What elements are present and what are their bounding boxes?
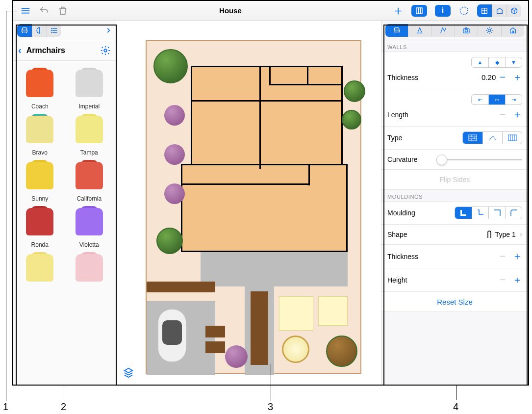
view-mode-segmented[interactable] — [477, 4, 521, 17]
curvature-label: Curvature — [387, 155, 431, 163]
svg-line-25 — [491, 32, 492, 32]
library-tab-list[interactable] — [47, 24, 61, 37]
library-tabs — [13, 21, 116, 40]
svg-rect-4 — [419, 8, 421, 14]
canvas[interactable] — [116, 21, 381, 385]
callout-2: 2 — [61, 401, 66, 413]
library-item-label: Imperial — [65, 103, 114, 110]
inspector-tab-materials[interactable] — [408, 24, 431, 37]
moulding-label: Moulding — [387, 209, 431, 217]
moulding-crown-left[interactable] — [472, 207, 488, 219]
trash-icon[interactable] — [57, 5, 68, 16]
undo-icon[interactable] — [39, 5, 50, 16]
thickness-align-segmented[interactable]: ▲ ◆ ▼ — [471, 57, 522, 68]
align-top[interactable]: ▲ — [472, 57, 488, 67]
walls-header: WALLS — [381, 40, 528, 52]
library-item[interactable] — [65, 250, 114, 287]
ar-icon[interactable] — [458, 5, 469, 16]
inspector-tab-light[interactable] — [478, 24, 501, 37]
thickness-plus[interactable]: ＋ — [512, 71, 522, 84]
svg-point-14 — [51, 32, 52, 32]
length-label: Length — [387, 111, 431, 119]
library-item[interactable]: Imperial — [65, 66, 114, 110]
thickness-row: ▲ ◆ ▼ Thickness 0.20 −＋ — [381, 52, 528, 89]
shape-row[interactable]: Shape Type 1 › — [381, 224, 528, 245]
library-category-header: ‹ Armchairs — [13, 40, 116, 61]
wall-type-segmented[interactable] — [462, 131, 522, 144]
info-toggle[interactable]: i — [435, 5, 451, 17]
reset-size-button[interactable]: Reset Size — [381, 291, 528, 312]
library-item[interactable]: Ronda — [15, 204, 65, 248]
thickness-minus[interactable]: − — [500, 72, 506, 83]
view-2d[interactable] — [477, 4, 492, 17]
m-thickness-minus[interactable]: − — [500, 251, 506, 262]
library-panel: ‹ Armchairs CoachImperialBravoTampaSunny… — [13, 21, 116, 385]
library-item[interactable]: Coach — [15, 66, 65, 110]
library-mode-segmented[interactable] — [17, 24, 61, 37]
svg-point-12 — [51, 28, 52, 28]
moulding-row: Moulding — [381, 201, 528, 225]
length-minus[interactable]: − — [500, 109, 506, 120]
library-item-label: Tampa — [65, 149, 114, 156]
library-item-label: Coach — [15, 103, 65, 110]
height-label: Height — [387, 276, 431, 284]
chevron-right-icon: › — [520, 230, 522, 239]
library-item[interactable]: California — [65, 158, 114, 202]
curvature-slider[interactable] — [436, 159, 522, 160]
length-anchor-segmented[interactable]: ⇤ ⇿ ⇥ — [471, 94, 522, 105]
library-item[interactable]: Tampa — [65, 112, 114, 156]
library-tab-materials[interactable] — [32, 24, 47, 37]
svg-line-27 — [491, 28, 492, 28]
library-toggle[interactable] — [411, 5, 427, 17]
anchor-right[interactable]: ⇥ — [505, 95, 522, 104]
height-plus[interactable]: ＋ — [512, 273, 522, 286]
inspector-tab-object[interactable] — [385, 24, 408, 37]
wall-type-brick[interactable] — [463, 132, 482, 144]
chevron-right-icon[interactable] — [105, 25, 112, 36]
library-item[interactable]: Bravo — [15, 112, 65, 156]
thickness-value[interactable]: 0.20 — [481, 73, 496, 81]
gear-icon[interactable] — [100, 45, 111, 56]
align-bottom[interactable]: ▼ — [505, 57, 522, 67]
inspector-tab-building[interactable] — [501, 24, 524, 37]
svg-line-26 — [487, 32, 488, 32]
align-center[interactable]: ◆ — [488, 57, 505, 67]
svg-point-15 — [104, 49, 107, 52]
svg-point-18 — [465, 29, 467, 32]
back-icon[interactable]: ‹ — [18, 45, 22, 56]
library-item[interactable]: Violetta — [65, 204, 114, 248]
inspector-tab-camera[interactable] — [455, 24, 478, 37]
svg-line-24 — [487, 28, 488, 28]
inspector-mode-segmented[interactable] — [385, 24, 524, 37]
menu-icon[interactable] — [20, 5, 31, 16]
moulding-type-segmented[interactable] — [455, 207, 522, 219]
moulding-crown-right[interactable] — [488, 207, 505, 219]
m-thickness-plus[interactable]: ＋ — [512, 250, 522, 263]
anchor-left[interactable]: ⇤ — [472, 95, 488, 104]
library-tab-furniture[interactable] — [17, 24, 32, 37]
moulding-profile[interactable] — [505, 207, 522, 219]
view-elevation[interactable] — [492, 4, 507, 17]
shape-icon — [486, 231, 493, 238]
inspector-tab-2d[interactable] — [431, 24, 455, 37]
shape-value: Type 1 — [495, 231, 516, 238]
callout-line-3 — [271, 364, 271, 401]
svg-rect-28 — [512, 31, 513, 33]
library-category-title: Armchairs — [26, 46, 65, 55]
view-3d[interactable] — [507, 4, 521, 17]
top-toolbar: House ＋ i — [13, 1, 528, 21]
add-icon[interactable]: ＋ — [393, 5, 404, 16]
callout-3: 3 — [268, 401, 273, 413]
library-item[interactable]: Sunny — [15, 158, 65, 202]
wall-type-glass[interactable] — [502, 132, 522, 144]
library-item[interactable] — [15, 250, 65, 287]
layers-icon[interactable] — [123, 367, 134, 378]
callout-line-1 — [6, 11, 18, 11]
moulding-base[interactable] — [455, 207, 472, 219]
library-grid: CoachImperialBravoTampaSunnyCaliforniaRo… — [13, 61, 116, 385]
anchor-center[interactable]: ⇿ — [488, 95, 505, 104]
length-plus[interactable]: ＋ — [512, 108, 522, 121]
height-minus[interactable]: − — [500, 274, 506, 285]
flip-sides-button[interactable]: Flip Sides — [381, 169, 528, 190]
wall-type-roof[interactable] — [482, 132, 502, 144]
